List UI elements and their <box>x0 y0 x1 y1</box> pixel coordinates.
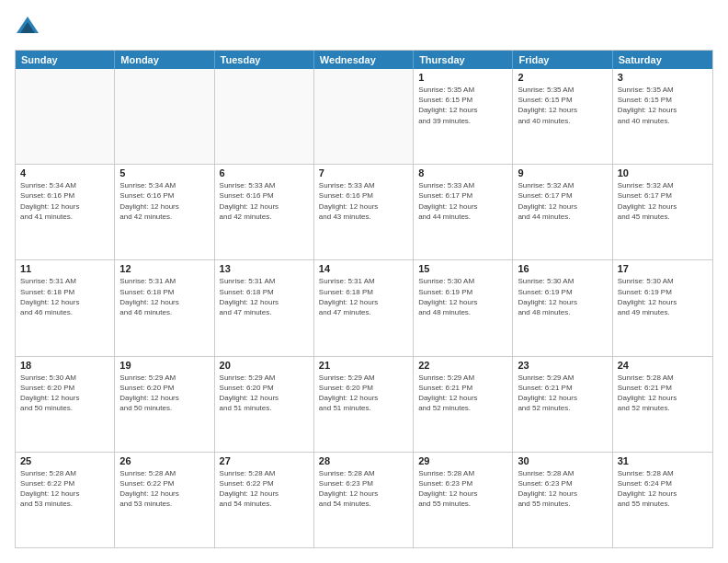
week-row-5: 25Sunrise: 5:28 AM Sunset: 6:22 PM Dayli… <box>16 452 712 547</box>
page-header <box>15 15 713 40</box>
day-cell-30: 30Sunrise: 5:28 AM Sunset: 6:23 PM Dayli… <box>513 453 612 547</box>
header-saturday: Saturday <box>613 51 712 69</box>
day-info: Sunrise: 5:28 AM Sunset: 6:23 PM Dayligh… <box>418 468 507 510</box>
day-info: Sunrise: 5:31 AM Sunset: 6:18 PM Dayligh… <box>20 276 109 317</box>
day-cell-10: 10Sunrise: 5:32 AM Sunset: 6:17 PM Dayli… <box>613 165 712 259</box>
day-number: 13 <box>220 263 309 274</box>
day-cell-2: 2Sunrise: 5:35 AM Sunset: 6:15 PM Daylig… <box>513 69 612 164</box>
day-cell-25: 25Sunrise: 5:28 AM Sunset: 6:22 PM Dayli… <box>16 453 115 547</box>
day-cell-31: 31Sunrise: 5:28 AM Sunset: 6:24 PM Dayli… <box>613 453 712 547</box>
day-cell-11: 11Sunrise: 5:31 AM Sunset: 6:18 PM Dayli… <box>16 260 115 355</box>
day-info: Sunrise: 5:31 AM Sunset: 6:18 PM Dayligh… <box>119 276 209 317</box>
day-info: Sunrise: 5:33 AM Sunset: 6:16 PM Dayligh… <box>319 180 408 222</box>
day-info: Sunrise: 5:29 AM Sunset: 6:21 PM Dayligh… <box>418 373 507 414</box>
day-info: Sunrise: 5:30 AM Sunset: 6:20 PM Dayligh… <box>20 373 109 414</box>
day-number: 9 <box>518 167 607 178</box>
day-info: Sunrise: 5:33 AM Sunset: 6:17 PM Dayligh… <box>418 180 507 222</box>
day-cell-5: 5Sunrise: 5:34 AM Sunset: 6:16 PM Daylig… <box>115 165 214 259</box>
day-number: 22 <box>418 360 507 371</box>
day-info: Sunrise: 5:28 AM Sunset: 6:22 PM Dayligh… <box>220 468 309 510</box>
day-number: 30 <box>518 455 607 466</box>
day-info: Sunrise: 5:31 AM Sunset: 6:18 PM Dayligh… <box>319 276 408 317</box>
calendar-body: 1Sunrise: 5:35 AM Sunset: 6:15 PM Daylig… <box>16 69 712 547</box>
day-number: 25 <box>20 455 109 466</box>
day-number: 1 <box>418 72 507 83</box>
day-cell-14: 14Sunrise: 5:31 AM Sunset: 6:18 PM Dayli… <box>314 260 414 355</box>
day-info: Sunrise: 5:32 AM Sunset: 6:17 PM Dayligh… <box>618 180 708 222</box>
header-sunday: Sunday <box>16 51 115 69</box>
day-number: 3 <box>618 72 708 83</box>
day-cell-6: 6Sunrise: 5:33 AM Sunset: 6:16 PM Daylig… <box>215 165 314 259</box>
day-cell-23: 23Sunrise: 5:29 AM Sunset: 6:21 PM Dayli… <box>513 357 612 452</box>
day-info: Sunrise: 5:30 AM Sunset: 6:19 PM Dayligh… <box>618 276 708 317</box>
day-info: Sunrise: 5:29 AM Sunset: 6:20 PM Dayligh… <box>220 373 309 414</box>
day-cell-21: 21Sunrise: 5:29 AM Sunset: 6:20 PM Dayli… <box>314 357 414 452</box>
day-info: Sunrise: 5:31 AM Sunset: 6:18 PM Dayligh… <box>220 276 309 317</box>
day-info: Sunrise: 5:29 AM Sunset: 6:20 PM Dayligh… <box>119 373 209 414</box>
day-number: 5 <box>119 167 209 178</box>
header-monday: Monday <box>115 51 214 69</box>
day-number: 19 <box>119 360 209 371</box>
empty-cell <box>16 69 115 164</box>
day-info: Sunrise: 5:33 AM Sunset: 6:16 PM Dayligh… <box>220 180 309 222</box>
day-cell-26: 26Sunrise: 5:28 AM Sunset: 6:22 PM Dayli… <box>115 453 214 547</box>
logo-icon <box>15 15 40 40</box>
day-info: Sunrise: 5:30 AM Sunset: 6:19 PM Dayligh… <box>418 276 507 317</box>
calendar: SundayMondayTuesdayWednesdayThursdayFrid… <box>15 50 713 548</box>
day-number: 14 <box>319 263 408 274</box>
day-cell-19: 19Sunrise: 5:29 AM Sunset: 6:20 PM Dayli… <box>115 357 214 452</box>
day-cell-24: 24Sunrise: 5:28 AM Sunset: 6:21 PM Dayli… <box>613 357 712 452</box>
day-number: 12 <box>119 263 209 274</box>
header-thursday: Thursday <box>414 51 513 69</box>
day-cell-4: 4Sunrise: 5:34 AM Sunset: 6:16 PM Daylig… <box>16 165 115 259</box>
day-number: 7 <box>319 167 408 178</box>
day-info: Sunrise: 5:28 AM Sunset: 6:23 PM Dayligh… <box>319 468 408 510</box>
day-cell-29: 29Sunrise: 5:28 AM Sunset: 6:23 PM Dayli… <box>414 453 513 547</box>
day-info: Sunrise: 5:35 AM Sunset: 6:15 PM Dayligh… <box>518 85 607 126</box>
day-info: Sunrise: 5:29 AM Sunset: 6:20 PM Dayligh… <box>319 373 408 414</box>
day-info: Sunrise: 5:35 AM Sunset: 6:15 PM Dayligh… <box>418 85 507 126</box>
day-cell-22: 22Sunrise: 5:29 AM Sunset: 6:21 PM Dayli… <box>414 357 513 452</box>
day-cell-28: 28Sunrise: 5:28 AM Sunset: 6:23 PM Dayli… <box>314 453 414 547</box>
day-info: Sunrise: 5:28 AM Sunset: 6:23 PM Dayligh… <box>518 468 607 510</box>
day-number: 11 <box>20 263 109 274</box>
day-number: 10 <box>618 167 708 178</box>
day-info: Sunrise: 5:30 AM Sunset: 6:19 PM Dayligh… <box>518 276 607 317</box>
day-info: Sunrise: 5:29 AM Sunset: 6:21 PM Dayligh… <box>518 373 607 414</box>
day-number: 26 <box>119 455 209 466</box>
day-number: 21 <box>319 360 408 371</box>
day-number: 28 <box>319 455 408 466</box>
day-number: 17 <box>618 263 708 274</box>
week-row-2: 4Sunrise: 5:34 AM Sunset: 6:16 PM Daylig… <box>16 164 712 259</box>
calendar-header: SundayMondayTuesdayWednesdayThursdayFrid… <box>16 51 712 69</box>
header-friday: Friday <box>513 51 612 69</box>
day-info: Sunrise: 5:28 AM Sunset: 6:22 PM Dayligh… <box>119 468 209 510</box>
week-row-1: 1Sunrise: 5:35 AM Sunset: 6:15 PM Daylig… <box>16 69 712 164</box>
day-cell-27: 27Sunrise: 5:28 AM Sunset: 6:22 PM Dayli… <box>215 453 314 547</box>
day-info: Sunrise: 5:35 AM Sunset: 6:15 PM Dayligh… <box>618 85 708 126</box>
day-number: 27 <box>220 455 309 466</box>
week-row-4: 18Sunrise: 5:30 AM Sunset: 6:20 PM Dayli… <box>16 356 712 452</box>
week-row-3: 11Sunrise: 5:31 AM Sunset: 6:18 PM Dayli… <box>16 259 712 355</box>
day-number: 2 <box>518 72 607 83</box>
day-cell-17: 17Sunrise: 5:30 AM Sunset: 6:19 PM Dayli… <box>613 260 712 355</box>
day-number: 23 <box>518 360 607 371</box>
day-cell-15: 15Sunrise: 5:30 AM Sunset: 6:19 PM Dayli… <box>414 260 513 355</box>
day-cell-13: 13Sunrise: 5:31 AM Sunset: 6:18 PM Dayli… <box>215 260 314 355</box>
logo <box>15 15 44 40</box>
day-number: 4 <box>20 167 109 178</box>
day-info: Sunrise: 5:34 AM Sunset: 6:16 PM Dayligh… <box>119 180 209 222</box>
day-number: 8 <box>418 167 507 178</box>
day-cell-16: 16Sunrise: 5:30 AM Sunset: 6:19 PM Dayli… <box>513 260 612 355</box>
day-number: 31 <box>618 455 708 466</box>
day-number: 29 <box>418 455 507 466</box>
day-cell-1: 1Sunrise: 5:35 AM Sunset: 6:15 PM Daylig… <box>414 69 513 164</box>
empty-cell <box>314 69 414 164</box>
day-info: Sunrise: 5:28 AM Sunset: 6:21 PM Dayligh… <box>618 373 708 414</box>
day-number: 18 <box>20 360 109 371</box>
day-number: 6 <box>220 167 309 178</box>
day-number: 20 <box>220 360 309 371</box>
day-cell-7: 7Sunrise: 5:33 AM Sunset: 6:16 PM Daylig… <box>314 165 414 259</box>
day-number: 24 <box>618 360 708 371</box>
header-wednesday: Wednesday <box>314 51 414 69</box>
